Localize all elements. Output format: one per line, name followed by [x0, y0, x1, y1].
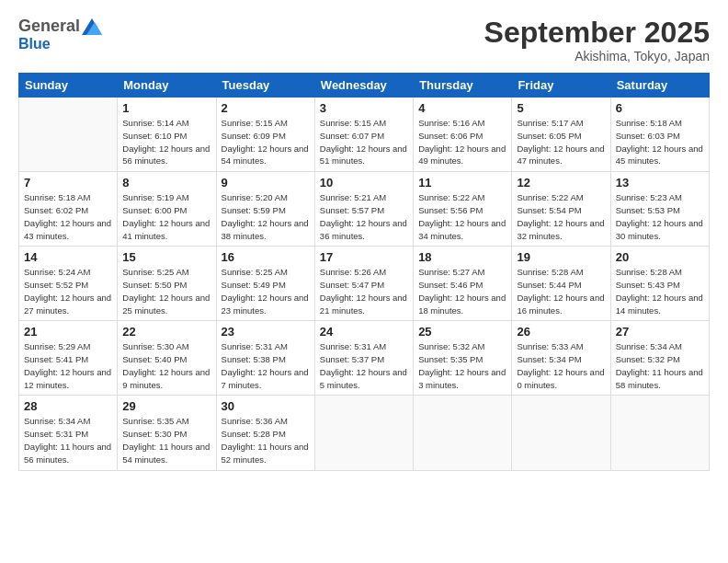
title-block: September 2025 Akishima, Tokyo, Japan — [484, 17, 710, 63]
table-row: 4Sunrise: 5:16 AM Sunset: 6:06 PM Daylig… — [414, 98, 512, 172]
table-row — [314, 396, 413, 470]
day-number: 3 — [320, 101, 408, 115]
table-row: 25Sunrise: 5:32 AM Sunset: 5:35 PM Dayli… — [414, 321, 512, 396]
day-info: Sunrise: 5:15 AM Sunset: 6:09 PM Dayligh… — [222, 117, 310, 167]
calendar-week-row: 7Sunrise: 5:18 AM Sunset: 6:02 PM Daylig… — [19, 172, 710, 247]
day-info: Sunrise: 5:31 AM Sunset: 5:37 PM Dayligh… — [320, 340, 408, 391]
calendar: Sunday Monday Tuesday Wednesday Thursday… — [18, 73, 710, 470]
calendar-week-row: 28Sunrise: 5:34 AM Sunset: 5:31 PM Dayli… — [19, 396, 710, 470]
day-info: Sunrise: 5:34 AM Sunset: 5:31 PM Dayligh… — [24, 415, 112, 465]
day-info: Sunrise: 5:30 AM Sunset: 5:40 PM Dayligh… — [122, 340, 210, 391]
table-row: 7Sunrise: 5:18 AM Sunset: 6:02 PM Daylig… — [19, 172, 118, 247]
day-info: Sunrise: 5:21 AM Sunset: 5:57 PM Dayligh… — [320, 191, 408, 242]
header-sunday: Sunday — [19, 74, 118, 98]
table-row: 12Sunrise: 5:22 AM Sunset: 5:54 PM Dayli… — [512, 172, 610, 247]
logo: General Blue — [18, 17, 102, 52]
table-row: 23Sunrise: 5:31 AM Sunset: 5:38 PM Dayli… — [216, 321, 314, 396]
day-info: Sunrise: 5:36 AM Sunset: 5:28 PM Dayligh… — [222, 415, 310, 465]
day-info: Sunrise: 5:29 AM Sunset: 5:41 PM Dayligh… — [24, 340, 112, 391]
day-info: Sunrise: 5:17 AM Sunset: 6:05 PM Dayligh… — [517, 117, 605, 167]
calendar-week-row: 21Sunrise: 5:29 AM Sunset: 5:41 PM Dayli… — [19, 321, 710, 396]
day-number: 29 — [122, 399, 210, 413]
day-number: 23 — [222, 325, 310, 339]
month-title: September 2025 — [484, 17, 710, 49]
table-row: 5Sunrise: 5:17 AM Sunset: 6:05 PM Daylig… — [512, 98, 610, 172]
logo-icon — [82, 18, 102, 35]
day-info: Sunrise: 5:22 AM Sunset: 5:54 PM Dayligh… — [517, 191, 605, 242]
table-row: 1Sunrise: 5:14 AM Sunset: 6:10 PM Daylig… — [118, 98, 216, 172]
table-row: 11Sunrise: 5:22 AM Sunset: 5:56 PM Dayli… — [414, 172, 512, 247]
day-info: Sunrise: 5:25 AM Sunset: 5:49 PM Dayligh… — [222, 266, 310, 316]
day-info: Sunrise: 5:32 AM Sunset: 5:35 PM Dayligh… — [418, 340, 506, 391]
table-row — [610, 396, 709, 470]
day-number: 10 — [320, 176, 408, 190]
table-row — [19, 98, 118, 172]
day-number: 8 — [122, 176, 210, 190]
table-row: 30Sunrise: 5:36 AM Sunset: 5:28 PM Dayli… — [216, 396, 314, 470]
table-row: 18Sunrise: 5:27 AM Sunset: 5:46 PM Dayli… — [414, 247, 512, 321]
day-info: Sunrise: 5:24 AM Sunset: 5:52 PM Dayligh… — [24, 266, 112, 316]
page-header: General Blue September 2025 Akishima, To… — [18, 17, 710, 63]
day-number: 1 — [122, 101, 210, 115]
table-row: 10Sunrise: 5:21 AM Sunset: 5:57 PM Dayli… — [314, 172, 413, 247]
day-number: 5 — [517, 101, 605, 115]
day-info: Sunrise: 5:14 AM Sunset: 6:10 PM Dayligh… — [122, 117, 210, 167]
day-info: Sunrise: 5:19 AM Sunset: 6:00 PM Dayligh… — [122, 191, 210, 242]
logo-general: General — [18, 17, 80, 36]
table-row: 28Sunrise: 5:34 AM Sunset: 5:31 PM Dayli… — [19, 396, 118, 470]
day-info: Sunrise: 5:18 AM Sunset: 6:02 PM Dayligh… — [24, 191, 112, 242]
table-row: 17Sunrise: 5:26 AM Sunset: 5:47 PM Dayli… — [314, 247, 413, 321]
calendar-week-row: 1Sunrise: 5:14 AM Sunset: 6:10 PM Daylig… — [19, 98, 710, 172]
day-number: 4 — [418, 101, 506, 115]
logo-blue: Blue — [18, 36, 51, 52]
day-number: 15 — [122, 250, 210, 264]
calendar-header-row: Sunday Monday Tuesday Wednesday Thursday… — [19, 74, 710, 98]
day-info: Sunrise: 5:22 AM Sunset: 5:56 PM Dayligh… — [418, 191, 506, 242]
header-saturday: Saturday — [610, 74, 709, 98]
day-info: Sunrise: 5:34 AM Sunset: 5:32 PM Dayligh… — [616, 340, 704, 391]
table-row: 8Sunrise: 5:19 AM Sunset: 6:00 PM Daylig… — [118, 172, 216, 247]
day-info: Sunrise: 5:27 AM Sunset: 5:46 PM Dayligh… — [418, 266, 506, 316]
day-info: Sunrise: 5:28 AM Sunset: 5:44 PM Dayligh… — [517, 266, 605, 316]
table-row: 15Sunrise: 5:25 AM Sunset: 5:50 PM Dayli… — [118, 247, 216, 321]
day-info: Sunrise: 5:20 AM Sunset: 5:59 PM Dayligh… — [222, 191, 310, 242]
table-row: 24Sunrise: 5:31 AM Sunset: 5:37 PM Dayli… — [314, 321, 413, 396]
day-number: 22 — [122, 325, 210, 339]
table-row: 20Sunrise: 5:28 AM Sunset: 5:43 PM Dayli… — [610, 247, 709, 321]
day-number: 21 — [24, 325, 112, 339]
header-friday: Friday — [512, 74, 610, 98]
day-number: 26 — [517, 325, 605, 339]
day-number: 16 — [222, 250, 310, 264]
table-row: 2Sunrise: 5:15 AM Sunset: 6:09 PM Daylig… — [216, 98, 314, 172]
day-number: 13 — [616, 176, 704, 190]
day-info: Sunrise: 5:16 AM Sunset: 6:06 PM Dayligh… — [418, 117, 506, 167]
day-number: 20 — [616, 250, 704, 264]
day-number: 11 — [418, 176, 506, 190]
day-number: 18 — [418, 250, 506, 264]
day-number: 7 — [24, 176, 112, 190]
day-number: 30 — [222, 399, 310, 413]
table-row: 26Sunrise: 5:33 AM Sunset: 5:34 PM Dayli… — [512, 321, 610, 396]
day-number: 28 — [24, 399, 112, 413]
day-number: 17 — [320, 250, 408, 264]
table-row: 14Sunrise: 5:24 AM Sunset: 5:52 PM Dayli… — [19, 247, 118, 321]
table-row — [414, 396, 512, 470]
day-info: Sunrise: 5:25 AM Sunset: 5:50 PM Dayligh… — [122, 266, 210, 316]
location: Akishima, Tokyo, Japan — [484, 49, 710, 63]
table-row: 6Sunrise: 5:18 AM Sunset: 6:03 PM Daylig… — [610, 98, 709, 172]
table-row: 27Sunrise: 5:34 AM Sunset: 5:32 PM Dayli… — [610, 321, 709, 396]
table-row: 22Sunrise: 5:30 AM Sunset: 5:40 PM Dayli… — [118, 321, 216, 396]
day-info: Sunrise: 5:35 AM Sunset: 5:30 PM Dayligh… — [122, 415, 210, 465]
table-row: 9Sunrise: 5:20 AM Sunset: 5:59 PM Daylig… — [216, 172, 314, 247]
day-info: Sunrise: 5:33 AM Sunset: 5:34 PM Dayligh… — [517, 340, 605, 391]
day-info: Sunrise: 5:28 AM Sunset: 5:43 PM Dayligh… — [616, 266, 704, 316]
header-wednesday: Wednesday — [314, 74, 413, 98]
day-info: Sunrise: 5:31 AM Sunset: 5:38 PM Dayligh… — [222, 340, 310, 391]
day-info: Sunrise: 5:15 AM Sunset: 6:07 PM Dayligh… — [320, 117, 408, 167]
day-number: 12 — [517, 176, 605, 190]
day-number: 6 — [616, 101, 704, 115]
day-number: 24 — [320, 325, 408, 339]
table-row: 29Sunrise: 5:35 AM Sunset: 5:30 PM Dayli… — [118, 396, 216, 470]
calendar-week-row: 14Sunrise: 5:24 AM Sunset: 5:52 PM Dayli… — [19, 247, 710, 321]
day-number: 9 — [222, 176, 310, 190]
